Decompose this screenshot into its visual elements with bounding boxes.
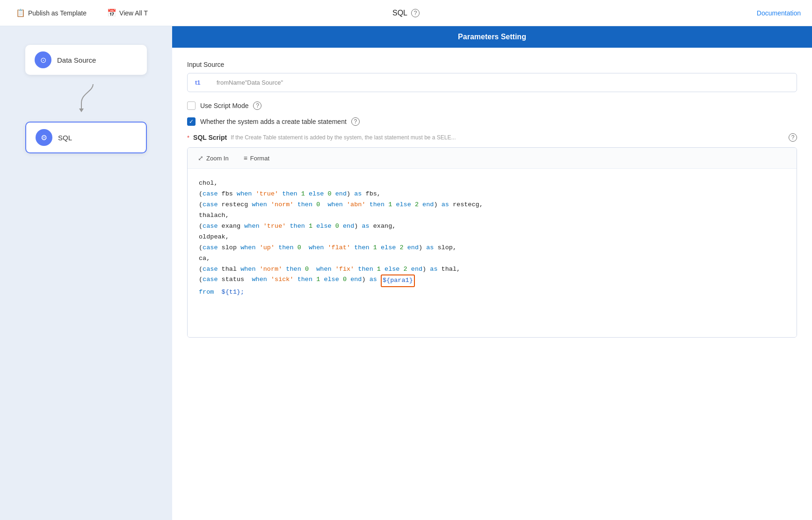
sql-script-row: * SQL Script If the Create Table stateme… <box>187 133 797 142</box>
viewall-label: View All T <box>119 9 148 17</box>
zoom-in-button[interactable]: ⤢ Zoom In <box>195 152 232 164</box>
code-line-5: (case exang when 'true' then 1 else 0 en… <box>199 221 785 232</box>
highlighted-param: ${para1} <box>381 274 415 287</box>
sql-icon: ⚙ <box>36 129 52 146</box>
sql-label: SQL <box>58 134 72 142</box>
sql-help-icon[interactable]: ? <box>411 9 420 17</box>
required-star: * <box>187 134 189 141</box>
publish-icon: 📋 <box>16 8 25 17</box>
left-panel: ⊙ Data Source ⚙ SQL <box>0 26 172 520</box>
code-line-4: thalach, <box>199 210 785 221</box>
panel-header: Parameters Setting <box>172 26 812 48</box>
code-line-7: (case slop when 'up' then 0 when 'flat' … <box>199 243 785 253</box>
use-script-mode-row: Use Script Mode ? <box>187 101 797 110</box>
input-source-label: Input Source <box>187 61 797 68</box>
data-source-icon: ⊙ <box>35 51 51 68</box>
svg-marker-0 <box>79 108 84 112</box>
format-button[interactable]: ≡ Format <box>241 152 272 164</box>
main-layout: ⊙ Data Source ⚙ SQL Parameters Setting I… <box>0 26 812 520</box>
create-table-label: Whether the system adds a create table s… <box>200 118 347 125</box>
top-bar-left: 📋 Publish as Template 📅 View All T <box>11 6 152 20</box>
sql-script-title: SQL Script <box>193 134 227 141</box>
right-panel: Parameters Setting Input Source t1 fromN… <box>172 26 812 520</box>
center-title: SQL <box>392 9 407 17</box>
connector-svg <box>74 84 112 112</box>
zoom-in-label: Zoom In <box>206 155 229 162</box>
sql-script-hint: If the Create Table statement is added b… <box>231 134 785 141</box>
code-line-8: ca, <box>199 253 785 264</box>
create-table-help-icon[interactable]: ? <box>351 117 360 126</box>
format-label: Format <box>250 155 269 162</box>
top-bar-right: Documentation <box>757 9 801 17</box>
code-line-11: from ${t1}; <box>199 287 785 298</box>
use-script-help-icon[interactable]: ? <box>253 101 261 110</box>
code-editor-wrapper: ⤢ Zoom In ≡ Format chol, (case fbs when … <box>187 147 797 338</box>
code-line-6: oldpeak, <box>199 232 785 243</box>
sql-script-help-icon[interactable]: ? <box>789 133 797 142</box>
code-line-9: (case thal when 'norm' then 0 when 'fix'… <box>199 264 785 275</box>
viewall-icon: 📅 <box>107 8 116 17</box>
top-bar: 📋 Publish as Template 📅 View All T SQL ?… <box>0 0 812 26</box>
input-value: fromName"Data Source" <box>217 79 283 86</box>
create-table-checkbox[interactable] <box>187 117 196 126</box>
code-line-2: (case fbs when 'true' then 1 else 0 end)… <box>199 189 785 200</box>
code-line-1: chol, <box>199 178 785 189</box>
format-icon: ≡ <box>244 154 247 162</box>
code-content[interactable]: chol, (case fbs when 'true' then 1 else … <box>188 169 797 337</box>
view-all-button[interactable]: 📅 View All T <box>102 6 152 20</box>
publish-label: Publish as Template <box>28 9 87 17</box>
code-line-3: (case restecg when 'norm' then 0 when 'a… <box>199 200 785 210</box>
code-toolbar: ⤢ Zoom In ≡ Format <box>188 148 797 169</box>
node-connector <box>74 84 112 112</box>
data-source-label: Data Source <box>57 56 96 64</box>
top-bar-center: SQL ? <box>392 9 420 17</box>
panel-content: Input Source t1 fromName"Data Source" Us… <box>172 48 812 520</box>
documentation-link[interactable]: Documentation <box>757 9 801 17</box>
input-source-box: t1 fromName"Data Source" <box>187 73 797 92</box>
use-script-checkbox[interactable] <box>187 101 196 110</box>
zoom-in-icon: ⤢ <box>198 154 203 162</box>
use-script-label: Use Script Mode <box>200 102 248 109</box>
sql-node[interactable]: ⚙ SQL <box>25 122 147 153</box>
create-table-row: Whether the system adds a create table s… <box>187 117 797 126</box>
code-line-10: (case status when 'sick' then 1 else 0 e… <box>199 274 785 287</box>
data-source-node[interactable]: ⊙ Data Source <box>25 45 147 75</box>
publish-template-button[interactable]: 📋 Publish as Template <box>11 6 91 20</box>
input-alias: t1 <box>195 79 209 86</box>
